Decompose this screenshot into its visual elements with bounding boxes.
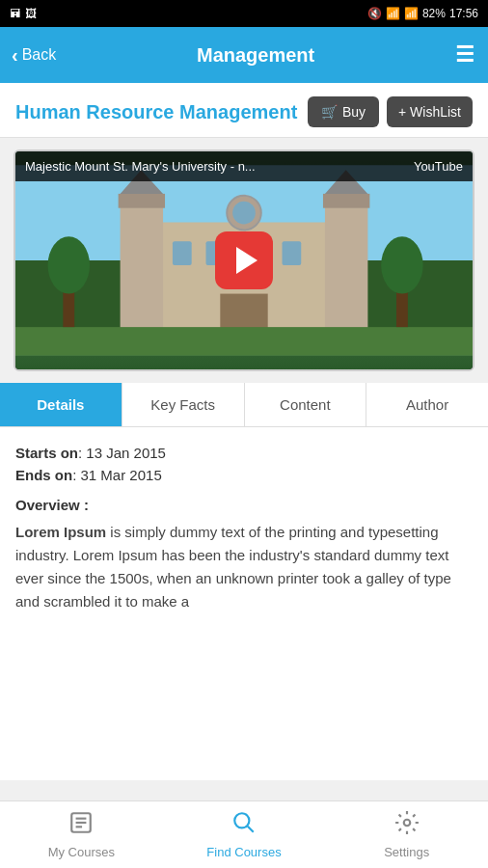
signal-icon: 📶	[404, 7, 419, 20]
tab-details[interactable]: Details	[0, 383, 122, 426]
tab-key-facts[interactable]: Key Facts	[122, 383, 245, 426]
back-button[interactable]: ‹ Back	[12, 44, 56, 67]
find-courses-label: Find Courses	[206, 845, 281, 859]
svg-rect-6	[283, 241, 302, 265]
content-area: Starts on: 13 Jan 2015 Ends on: 31 Mar 2…	[0, 427, 488, 780]
svg-point-20	[381, 236, 422, 293]
video-title-text: Majestic Mount St. Mary's University - n…	[25, 159, 256, 174]
ends-on-label: Ends on	[15, 467, 72, 483]
battery-text: 82%	[422, 7, 446, 20]
overview-text: Lorem Ipsum is simply dummy text of the …	[15, 521, 473, 613]
header-buttons: 🛒 Buy + WishList	[308, 96, 473, 127]
svg-rect-16	[15, 327, 473, 356]
nav-find-courses[interactable]: Find Courses	[163, 801, 326, 868]
nav-bar: ‹ Back Management ☰	[0, 27, 488, 83]
page-title: Management	[197, 44, 314, 67]
svg-point-8	[232, 202, 256, 225]
status-left-icons: 🖬 🖼	[10, 7, 37, 20]
app-icon-2: 🖼	[25, 7, 37, 20]
svg-rect-12	[323, 194, 369, 208]
svg-line-26	[248, 827, 254, 832]
wishlist-label: + WishList	[398, 104, 461, 120]
search-icon	[231, 810, 257, 841]
youtube-label: YouTube	[414, 159, 463, 174]
nav-settings[interactable]: Settings	[325, 801, 488, 868]
nav-my-courses[interactable]: My Courses	[0, 801, 163, 868]
settings-label: Settings	[384, 845, 429, 859]
tab-author[interactable]: Author	[366, 383, 488, 426]
overview-bold: Lorem Ipsum	[15, 524, 106, 540]
wishlist-button[interactable]: + WishList	[387, 96, 473, 127]
time-display: 17:56	[449, 7, 478, 20]
bottom-nav: My Courses Find Courses Settings	[0, 800, 488, 868]
video-container: Majestic Mount St. Mary's University - n…	[14, 149, 474, 371]
my-courses-label: My Courses	[48, 845, 115, 859]
course-title: Human Resource Management	[15, 99, 308, 124]
wifi-icon: 📶	[386, 7, 400, 20]
back-label: Back	[22, 46, 57, 64]
back-chevron-icon: ‹	[12, 44, 18, 67]
page-header: Human Resource Management 🛒 Buy + WishLi…	[0, 83, 488, 138]
settings-icon	[394, 810, 420, 841]
starts-on-line: Starts on: 13 Jan 2015	[15, 445, 473, 461]
buy-button[interactable]: 🛒 Buy	[308, 96, 379, 127]
svg-point-18	[48, 236, 90, 293]
tabs-container: Details Key Facts Content Author	[0, 383, 488, 427]
play-button[interactable]	[215, 231, 273, 289]
svg-rect-9	[121, 203, 163, 337]
list-icon	[68, 810, 94, 841]
svg-point-27	[403, 820, 410, 827]
overview-label: Overview :	[15, 497, 473, 513]
svg-rect-11	[325, 203, 367, 337]
svg-rect-10	[119, 194, 165, 208]
tab-content[interactable]: Content	[245, 383, 367, 426]
mute-icon: 🔇	[367, 7, 382, 20]
buy-label: Buy	[342, 104, 366, 120]
svg-point-25	[234, 813, 249, 827]
status-bar: 🖬 🖼 🔇 📶 📶 82% 17:56	[0, 0, 488, 27]
ends-on-line: Ends on: 31 Mar 2015	[15, 467, 473, 483]
cart-icon: 🛒	[321, 104, 338, 120]
video-title-bar: Majestic Mount St. Mary's University - n…	[15, 151, 473, 181]
menu-icon[interactable]: ☰	[455, 42, 476, 68]
ends-on-value: : 31 Mar 2015	[72, 467, 162, 483]
status-right-icons: 🔇 📶 📶 82% 17:56	[367, 7, 478, 20]
starts-on-label: Starts on	[15, 445, 78, 461]
starts-on-value: : 13 Jan 2015	[78, 445, 166, 461]
app-icon-1: 🖬	[10, 7, 21, 20]
svg-rect-3	[173, 241, 192, 265]
